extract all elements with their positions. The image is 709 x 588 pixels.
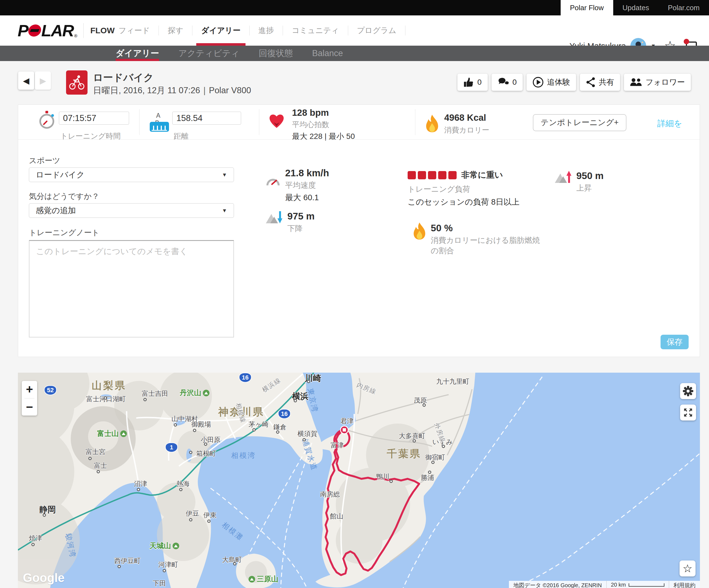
summary-divider	[139, 109, 139, 135]
like-button[interactable]: 0	[457, 74, 488, 91]
training-load-squares	[408, 171, 456, 179]
map-fullscreen-button[interactable]	[680, 404, 696, 421]
nav-feed[interactable]: フィード	[117, 16, 151, 46]
main-header: PLAR® FLOW フィード 探す ダイアリー 進捗 コミュニティ プログラム…	[0, 16, 709, 46]
activity-subtitle: 日曜日, 2016, 12月 11 07:26|Polar V800	[93, 85, 251, 96]
thumbs-up-icon	[464, 77, 474, 87]
map-terms-link[interactable]: 利用規約	[669, 581, 700, 588]
max-speed: 最大 60.1	[285, 192, 329, 203]
polar-logo[interactable]: PLAR®	[18, 16, 77, 46]
nav-community[interactable]: コミュニティ	[290, 16, 341, 46]
map-zoom-control: + −	[22, 381, 37, 416]
map-scale-bar	[629, 583, 664, 587]
stopwatch-icon	[39, 111, 55, 130]
duration-input[interactable]	[59, 112, 129, 124]
route-start-marker	[340, 426, 348, 434]
relive-label: 追体験	[547, 77, 570, 87]
chevron-down-icon: ▼	[222, 172, 227, 178]
fullscreen-icon	[683, 408, 693, 418]
polar-flow-page: Polar Flow Updates Polar.com PLAR® FLOW …	[0, 0, 709, 588]
main-nav: フィード 探す ダイアリー 進捗 コミュニティ プログラム	[117, 16, 412, 46]
ascent-label: 上昇	[576, 183, 604, 193]
nav-divider	[192, 26, 192, 35]
relive-button[interactable]: 追体験	[527, 74, 576, 91]
training-notes-textarea[interactable]	[29, 240, 234, 337]
map-scale-text: 20 km	[611, 582, 626, 588]
summary-divider	[259, 109, 259, 135]
load-square	[418, 171, 426, 179]
nav-programs[interactable]: プログラム	[355, 16, 398, 46]
avg-hr-label: 平均心拍数	[292, 120, 355, 130]
fat-burn-metric: 50 % 消費カロリーにおける脂肪燃焼の割合	[413, 223, 541, 256]
toptab-polar-flow[interactable]: Polar Flow	[561, 0, 613, 16]
previous-session-button[interactable]: ◀	[18, 72, 34, 90]
details-link[interactable]: 詳細を	[657, 118, 682, 129]
share-icon	[586, 77, 595, 87]
comment-button[interactable]: 0	[492, 74, 523, 91]
followers-button[interactable]: フォロワー	[624, 74, 691, 91]
descent-label: 下降	[287, 223, 315, 234]
comment-count: 0	[513, 78, 517, 87]
map-favorite-button[interactable]: ☆	[680, 560, 695, 577]
subnav-activity[interactable]: アクティビティ	[178, 46, 239, 61]
header-separator	[83, 23, 84, 38]
training-target-button[interactable]: テンポトレーニング+	[533, 114, 626, 131]
subnav-recovery[interactable]: 回復状態	[259, 46, 293, 61]
training-load-label: トレーニング負荷	[408, 184, 520, 194]
gear-icon	[683, 386, 693, 396]
map-settings-button[interactable]	[680, 383, 696, 399]
nav-explore[interactable]: 探す	[166, 16, 185, 46]
sport-select[interactable]: ロードバイク ▼	[29, 167, 234, 182]
sport-select-value: ロードバイク	[36, 169, 84, 180]
session-pager: ◀ ▶	[18, 72, 51, 90]
notification-badge	[684, 39, 689, 44]
polar-logo-text: PLAR®	[18, 21, 77, 40]
people-icon	[630, 78, 642, 87]
nav-progress[interactable]: 進捗	[257, 16, 275, 46]
map-scale: 20 km	[606, 581, 669, 588]
nav-diary[interactable]: ダイアリー	[200, 16, 242, 46]
save-button[interactable]: 保存	[661, 335, 689, 349]
next-session-button[interactable]: ▶	[35, 72, 51, 90]
descent-metric: 975 m 下降	[265, 211, 315, 234]
top-tabs: Polar Flow Updates Polar.com	[561, 0, 709, 16]
calories-label: 消費カロリー	[444, 125, 489, 135]
training-load-session: このセッションの負荷 8日以上	[408, 197, 520, 208]
zoom-out-button[interactable]: −	[22, 398, 37, 416]
sport-icon-badge	[66, 71, 87, 94]
calories-block: 4968 Kcal 消費カロリー	[444, 112, 489, 135]
load-square	[438, 171, 446, 179]
avg-speed-metric: 21.8 km/h 平均速度 最大 60.1	[266, 167, 329, 203]
load-square	[428, 171, 436, 179]
map-canvas[interactable]	[18, 373, 700, 588]
sub-nav: ダイアリー アクティビティ 回復状態 Balance	[0, 46, 709, 61]
feeling-select[interactable]: 感覚の追加 ▼	[29, 203, 234, 218]
training-load-metric: 非常に重い トレーニング負荷 このセッションの負荷 8日以上	[408, 169, 520, 208]
toptab-updates[interactable]: Updates	[613, 0, 659, 16]
mount-fuji-peak	[88, 421, 119, 452]
flow-label: FLOW	[90, 26, 114, 35]
distance-input[interactable]	[172, 112, 241, 124]
avg-speed-label: 平均速度	[285, 180, 329, 191]
subnav-balance[interactable]: Balance	[312, 46, 343, 61]
toptab-polar-com[interactable]: Polar.com	[658, 0, 709, 16]
cycling-icon	[69, 75, 85, 90]
descent-value: 975 m	[287, 211, 315, 222]
activity-datetime: 日曜日, 2016, 12月 11 07:26	[93, 86, 200, 95]
flame-icon	[413, 223, 426, 240]
share-label: 共有	[599, 77, 614, 87]
subtitle-separator: |	[203, 86, 206, 95]
flame-icon	[425, 115, 439, 133]
heart-rate-block: 128 bpm 平均心拍数 最大 228 | 最小 50	[292, 108, 355, 142]
subnav-diary[interactable]: ダイアリー	[115, 46, 159, 61]
zoom-in-button[interactable]: +	[22, 381, 37, 398]
share-button[interactable]: 共有	[580, 74, 620, 91]
google-logo: Google	[23, 571, 65, 585]
feeling-select-label: 気分はどうですか？	[29, 191, 99, 202]
route-map[interactable]: 山梨県神奈川県千葉県川崎横浜静岡富士河口湖町富士吉田山中湖村御殿場小田原箱根町茅…	[18, 373, 700, 588]
play-circle-icon	[532, 77, 544, 88]
fat-burn-label: 消費カロリーにおける脂肪燃焼の割合	[431, 235, 541, 256]
hr-minmax: 最大 228 | 最小 50	[292, 131, 355, 142]
ascent-mountain-icon	[554, 170, 571, 184]
load-square	[408, 171, 416, 179]
